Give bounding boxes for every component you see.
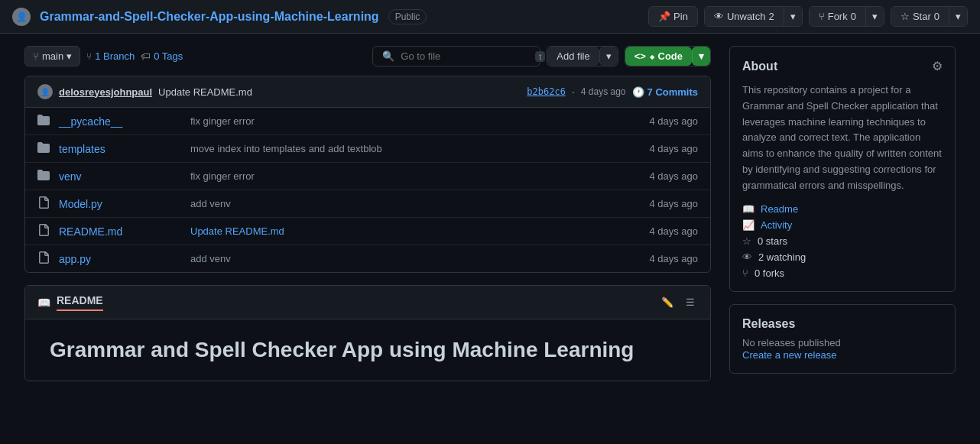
branch-selector[interactable]: ⑂ main ▾	[24, 46, 80, 66]
file-row: app.py add venv 4 days ago	[25, 245, 710, 272]
repo-name[interactable]: Grammar-and-Spell-Checker-App-using-Mach…	[40, 10, 379, 24]
watching-stat: 👁 2 watching	[742, 251, 943, 263]
file-row: Model.py add venv 4 days ago	[25, 190, 710, 218]
readme-header: 📖 README ✏️ ☰	[25, 286, 710, 319]
stars-count: 0 stars	[758, 235, 787, 247]
file-type-icon	[37, 196, 50, 211]
readme-body: Grammar and Spell Checker App using Mach…	[25, 319, 710, 381]
code-dropdown[interactable]: ▾	[692, 47, 710, 66]
unwatch-dropdown[interactable]: ▾	[784, 7, 802, 26]
file-msg-link[interactable]: Update README.md	[190, 225, 284, 237]
readme-edit-button[interactable]: ✏️	[658, 293, 677, 311]
commit-author[interactable]: delosreyesjohnpaul	[59, 86, 152, 98]
file-message: fix ginger error	[190, 170, 640, 182]
watching-count: 2 watching	[758, 251, 806, 263]
file-name[interactable]: __pycache__	[59, 115, 181, 128]
search-box[interactable]: 🔍 t	[372, 46, 540, 66]
tags-count: 🏷 0 Tags	[141, 50, 183, 62]
commit-separator: ·	[572, 86, 575, 98]
commit-hash[interactable]: b2b62c6	[527, 86, 566, 97]
readme-link-label: Readme	[761, 203, 798, 215]
unwatch-button[interactable]: 👁 Unwatch 2	[705, 7, 784, 26]
file-time: 4 days ago	[649, 198, 698, 209]
file-name[interactable]: Model.py	[59, 198, 181, 210]
file-time: 4 days ago	[649, 225, 698, 237]
branch-count: ⑂ 1 Branch	[86, 50, 135, 62]
commits-label: Commits	[655, 86, 698, 98]
commits-count: 7	[647, 86, 653, 98]
search-input[interactable]	[401, 50, 529, 62]
branch-icon: ⑂	[33, 50, 39, 62]
toolbar: ⑂ main ▾ ⑂ 1 Branch 🏷 0 Tags 🔍 t	[24, 46, 711, 66]
file-name[interactable]: templates	[59, 143, 181, 155]
activity-link[interactable]: 📈 Activity	[742, 219, 943, 231]
file-table: 👤 delosreyesjohnpaul Update README.md b2…	[24, 76, 711, 273]
about-settings-button[interactable]: ⚙	[932, 59, 943, 73]
commits-count-link[interactable]: 7 Commits	[647, 86, 698, 98]
branches-icon: ⑂	[86, 51, 92, 62]
search-icon: 🔍	[382, 50, 394, 62]
file-row: README.md Update README.md 4 days ago	[25, 218, 710, 245]
search-kbd: t	[535, 51, 545, 62]
pin-icon: 📌	[658, 11, 670, 22]
code-button[interactable]: <> ⬥ Code	[625, 47, 692, 66]
branches-link[interactable]: 1 Branch	[95, 50, 135, 62]
code-label: ⬥ Code	[649, 50, 683, 62]
commit-avatar-icon: 👤	[41, 88, 50, 96]
unwatch-count: 2	[768, 11, 774, 22]
about-description: This repository contains a project for a…	[742, 83, 943, 194]
file-message: fix ginger error	[190, 115, 640, 127]
eye-icon: 👁	[714, 11, 724, 22]
fork-label: Fork	[828, 11, 848, 22]
activity-icon: 📈	[742, 219, 754, 231]
stars-stat: ☆ 0 stars	[742, 235, 943, 247]
forks-stat: ⑂ 0 forks	[742, 267, 943, 279]
unwatch-label: Unwatch	[727, 11, 766, 22]
about-links: 📖 Readme 📈 Activity ☆ 0 stars 👁 2 watchi…	[742, 203, 943, 279]
top-nav: 👤 Grammar-and-Spell-Checker-App-using-Ma…	[0, 0, 980, 34]
code-brackets-icon: <>	[634, 50, 646, 62]
commit-avatar: 👤	[37, 84, 53, 99]
file-name[interactable]: venv	[59, 170, 181, 183]
add-file-button[interactable]: Add file	[547, 47, 599, 66]
clock-icon: 🕐	[632, 86, 644, 98]
readme-box: 📖 README ✏️ ☰ Grammar and Spell Checker …	[24, 285, 711, 381]
star-split: ☆ Star 0 ▾	[891, 6, 968, 27]
readme-list-button[interactable]: ☰	[683, 293, 698, 311]
commit-bar: 👤 delosreyesjohnpaul Update README.md b2…	[25, 76, 710, 108]
fork-button[interactable]: ⑂ Fork 0	[810, 7, 865, 26]
star-button[interactable]: ☆ Star 0	[891, 7, 949, 26]
branch-dropdown-icon: ▾	[67, 50, 72, 62]
readme-title: README	[57, 294, 103, 311]
star-count: 0	[934, 11, 939, 22]
repo-content: ⑂ main ▾ ⑂ 1 Branch 🏷 0 Tags 🔍 t	[24, 46, 711, 381]
fork-dropdown[interactable]: ▾	[865, 7, 884, 26]
readme-link[interactable]: 📖 Readme	[742, 203, 943, 215]
file-name[interactable]: app.py	[59, 253, 181, 265]
file-message: move index into templates and add textbl…	[190, 143, 640, 154]
create-release-link[interactable]: Create a new release	[742, 349, 837, 361]
fork-icon: ⑂	[819, 11, 825, 22]
star-dropdown[interactable]: ▾	[949, 7, 967, 26]
file-row: __pycache__ fix ginger error 4 days ago	[25, 108, 710, 135]
file-time: 4 days ago	[649, 170, 698, 182]
repo-avatar: 👤	[12, 8, 31, 26]
fork-count: 0	[851, 11, 856, 22]
star-icon: ☆	[900, 11, 910, 22]
file-time: 4 days ago	[649, 115, 698, 127]
tags-link[interactable]: 0 Tags	[154, 50, 183, 62]
about-box: About ⚙ This repository contains a proje…	[729, 46, 956, 292]
commit-time: 4 days ago	[581, 86, 626, 97]
file-time: 4 days ago	[649, 143, 698, 154]
pin-button[interactable]: 📌 Pin	[648, 6, 698, 27]
file-type-icon	[37, 169, 50, 183]
commit-right: b2b62c6 · 4 days ago 🕐 7 Commits	[527, 86, 698, 98]
unwatch-split: 👁 Unwatch 2 ▾	[704, 6, 803, 27]
file-message: Update README.md	[190, 225, 640, 237]
readme-heading: Grammar and Spell Checker App using Mach…	[50, 338, 686, 362]
fork-stat-icon: ⑂	[742, 267, 748, 279]
add-file-dropdown[interactable]: ▾	[599, 47, 618, 66]
add-file-split: Add file ▾	[547, 46, 618, 66]
file-name[interactable]: README.md	[59, 225, 181, 238]
book-icon: 📖	[742, 203, 754, 215]
